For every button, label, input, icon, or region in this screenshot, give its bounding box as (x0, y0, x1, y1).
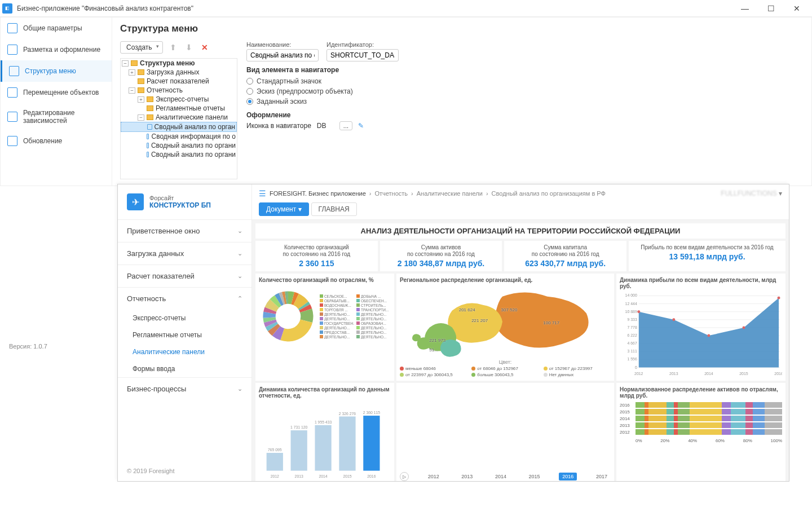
svg-text:2013: 2013 (295, 474, 303, 478)
page-heading: Структура меню (120, 23, 804, 34)
acc-bp[interactable]: Бизнес-процессы⌄ (118, 377, 251, 400)
play-button[interactable]: ▷ (400, 472, 409, 481)
icon-value: DB (317, 122, 334, 130)
svg-text:2 326 276: 2 326 276 (339, 412, 356, 416)
svg-text:7 778: 7 778 (627, 325, 637, 329)
view-section-header: Вид элемента в навигаторе (246, 66, 804, 74)
close-button[interactable]: ✕ (784, 0, 810, 17)
sub-analytic[interactable]: Аналитические панели (118, 343, 251, 360)
dashboard-icon (147, 124, 152, 130)
svg-point-24 (742, 326, 745, 329)
svg-text:4 667: 4 667 (627, 341, 637, 345)
svg-point-22 (672, 318, 675, 321)
acc-reports[interactable]: Отчетность⌃ (118, 287, 251, 310)
acc-welcome[interactable]: Приветственное окно⌄ (118, 219, 251, 242)
delete-button[interactable]: ✕ (199, 43, 210, 52)
svg-point-0 (276, 304, 301, 329)
dashboard-title: АНАЛИЗ ДЕЯТЕЛЬНОСТИ ОРГАНИЗАЦИЙ НА ТЕРРИ… (255, 223, 785, 239)
chevron-down-icon: ⌄ (237, 227, 242, 235)
decor-section-header: Оформление (246, 111, 804, 119)
user-menu[interactable]: FULLFUNCTIONS ▾ (721, 189, 782, 197)
edit-icon[interactable]: ✎ (358, 122, 364, 130)
move-icon (7, 87, 17, 98)
svg-rect-31 (267, 453, 283, 471)
svg-text:2015: 2015 (739, 372, 748, 376)
svg-text:0: 0 (635, 365, 637, 369)
move-up-button[interactable]: ⬆ (167, 43, 179, 52)
svg-text:2015: 2015 (343, 474, 351, 478)
svg-text:3 111: 3 111 (627, 349, 637, 353)
tab-main[interactable]: ГЛАВНАЯ (311, 202, 357, 216)
logo-icon: ✈ (127, 193, 144, 210)
app-icon: ◧ (2, 3, 12, 14)
sub-express[interactable]: Экспресс-отчеты (118, 310, 251, 327)
version-label: Версия: 1.0.7 (9, 343, 47, 350)
svg-text:2014: 2014 (704, 372, 713, 376)
menu-tree[interactable]: −Структура меню +Загрузка данных Расчет … (121, 59, 237, 159)
svg-rect-43 (363, 416, 379, 471)
svg-text:2014: 2014 (319, 474, 327, 478)
svg-point-23 (707, 334, 710, 337)
map-panel: Региональное распределение организаций, … (396, 274, 614, 381)
burger-icon[interactable]: ☰ (259, 189, 266, 198)
radio-preview[interactable]: Эскиз (предпросмотр объекта) (246, 86, 804, 96)
nav-move-objects[interactable]: Перемещение объектов (1, 82, 112, 103)
tree-toolbar: Создать ⬆ ⬇ ✕ (120, 41, 237, 54)
tree-selected-item[interactable]: Сводный анализ по орган (121, 122, 237, 132)
layout-icon (7, 45, 17, 55)
copyright: © 2019 Foresight (118, 461, 251, 481)
sub-reglament[interactable]: Регламентные отчеты (118, 327, 251, 343)
radio-standard[interactable]: Стандартный значок (246, 76, 804, 86)
kpi-profit: Прибыль по всем видам деятельности за 20… (629, 241, 785, 271)
dashboard-preview-window: ✈ ФорсайтКОНСТРУКТОР БП Приветственное о… (117, 184, 789, 482)
left-nav: Общие параметры Разметка и оформление Ст… (1, 17, 112, 186)
nav-menu-structure[interactable]: Структура меню (1, 60, 112, 82)
params-icon (7, 23, 17, 33)
svg-text:6 222: 6 222 (627, 333, 637, 337)
area-chart: 01 5563 1114 6676 2227 7789 33310 88912 … (620, 292, 782, 377)
tab-document[interactable]: Документ ▾ (259, 202, 309, 216)
maximize-button[interactable]: ☐ (758, 0, 784, 17)
svg-text:2013: 2013 (669, 372, 678, 376)
chevron-up-icon: ⌃ (237, 295, 242, 302)
svg-point-25 (778, 297, 780, 299)
create-button[interactable]: Создать (120, 41, 163, 54)
nav-edit-deps[interactable]: Редактирование зависимостей (1, 103, 112, 130)
svg-rect-40 (339, 416, 355, 470)
browse-button[interactable]: ... (339, 121, 352, 130)
deps-icon (7, 112, 17, 122)
minimize-button[interactable]: — (732, 0, 758, 17)
name-input[interactable] (246, 49, 319, 61)
name-label: Наименование: (246, 41, 319, 48)
svg-text:1 955 433: 1 955 433 (315, 420, 332, 424)
svg-text:14 000: 14 000 (625, 293, 637, 297)
dashboard-sidebar: ✈ ФорсайтКОНСТРУКТОР БП Приветственное о… (118, 184, 252, 481)
area-panel: Динамика прибыли по всем видам деятельно… (616, 274, 785, 381)
breadcrumb: ☰ FORESIGHT. Бизнес приложение › Отчетно… (252, 184, 789, 202)
sub-forms[interactable]: Формы ввода (118, 360, 251, 377)
move-down-button[interactable]: ⬇ (183, 43, 195, 52)
svg-text:1 731 120: 1 731 120 (290, 425, 308, 429)
acc-load[interactable]: Загрузка данных⌄ (118, 242, 251, 264)
map-legend: Цвет: меньше 68046 от 68046 до 152967 от… (400, 359, 611, 377)
nav-refresh[interactable]: Обновление (1, 130, 112, 152)
svg-text:2 360 115: 2 360 115 (363, 411, 381, 415)
svg-text:2012: 2012 (634, 372, 643, 376)
id-label: Идентификатор: (326, 41, 399, 48)
nav-layout[interactable]: Разметка и оформление (1, 39, 112, 60)
svg-text:10 889: 10 889 (625, 310, 637, 314)
nav-general[interactable]: Общие параметры (1, 17, 112, 39)
svg-rect-37 (315, 425, 331, 471)
app-logo: ✈ ФорсайтКОНСТРУКТОР БП (118, 184, 251, 219)
timeline-panel: ▷ 2012 2013 2014 2015 2016 2017 (396, 383, 614, 481)
radio-custom[interactable]: Заданный эскиз (246, 96, 804, 107)
svg-point-21 (637, 310, 640, 313)
svg-text:765 095: 765 095 (268, 448, 282, 452)
id-input[interactable] (326, 49, 399, 61)
acc-calc[interactable]: Расчет показателей⌄ (118, 264, 251, 287)
properties-form: Наименование: Идентификатор: Вид элемент… (237, 41, 804, 179)
bar-chart: 765 09520121 731 12020131 955 43320142 3… (259, 401, 391, 481)
svg-text:2012: 2012 (271, 474, 279, 478)
kpi-count: Количество организацийпо состоянию на 20… (255, 241, 378, 271)
bar-panel: Динамика количества организаций по данны… (255, 383, 394, 481)
